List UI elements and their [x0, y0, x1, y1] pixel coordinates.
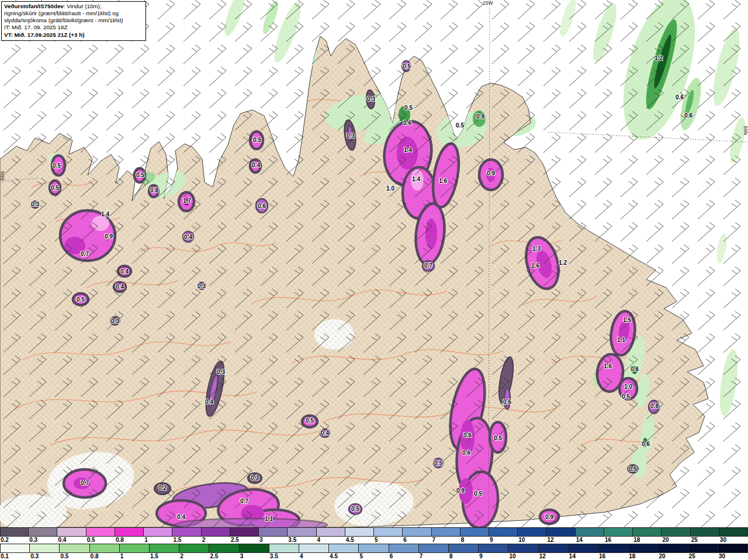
title-box: Veðurstofan/IS750dev: Vindur (10m), rign… [1, 1, 146, 41]
colorbar-swatch [489, 527, 518, 537]
product-name: Veðurstofan/IS750dev [4, 3, 64, 9]
colorbar-tick-label: 20 [662, 537, 690, 544]
colorbar-swatch [576, 527, 604, 537]
colorbar-tick-label: 14 [576, 537, 604, 544]
colorbar-snow-cell: 20 [658, 544, 688, 560]
colorbar-swatch [57, 527, 86, 537]
colorbar-tick-label: 7 [432, 537, 460, 544]
colorbar-rain-cell: 14 [576, 527, 604, 544]
colorbar-swatch [569, 544, 598, 553]
colorbar-tick-label: 10 [508, 553, 538, 560]
colorbar-tick-label: 1 [120, 553, 150, 560]
colorbar-rain-cell: 9 [489, 527, 518, 544]
colorbar-tick-label: 12 [539, 553, 569, 560]
title-line-4: IT: Mið. 17. 09. 2025 18Z [4, 24, 143, 31]
title-line-5: VT: Mið. 17.09.2025 21Z (+3 h) [4, 32, 143, 39]
colorbar-tick-label: 2.5 [209, 553, 239, 560]
colorbar-swatch [240, 544, 269, 553]
colorbar-tick-label: 0.3 [29, 537, 57, 544]
colorbar-swatch [460, 527, 489, 537]
colorbar-snow-cell: 3 [240, 544, 269, 560]
colorbar-swatch [29, 527, 57, 537]
colorbar-tick-label: 6 [389, 553, 419, 560]
colorbar-tick-label: 8 [460, 537, 489, 544]
colorbar-snow-cell: 0.1 [0, 544, 30, 560]
colorbar-swatch [120, 544, 150, 553]
colorbar-tick-label: 25 [688, 553, 718, 560]
colorbar-rain-cell: 12 [546, 527, 575, 544]
latitude-label-right: 66N [743, 126, 748, 135]
colorbar-swatch [179, 544, 209, 553]
colorbar-snow: 0.10.30.50.811.522.533.544.5567891012141… [0, 544, 748, 560]
colorbar-snow-cell: 2.5 [209, 544, 239, 560]
map-canvas: 0.50.50.31.40.90.70.40.40.50.30.50.81.70… [0, 0, 748, 527]
colorbar-swatch [633, 527, 662, 537]
title-line-3: slydda/snjókoma (grátt/bleikt/grænt - mm… [4, 17, 143, 24]
colorbar-tick-label: 2.5 [230, 537, 259, 544]
colorbar-tick-label: 4.5 [329, 553, 359, 560]
colorbar-tick-label: 4.5 [345, 537, 374, 544]
colorbar-rain-cell: 0.4 [57, 527, 86, 544]
colorbar-rain-cell: 7 [432, 527, 460, 544]
colorbar-rain-cell: 10 [518, 527, 546, 544]
colorbar-rain-cell: 0.5 [86, 527, 115, 544]
colorbar-swatch [719, 527, 748, 537]
colorbar-snow-cell: 4.5 [329, 544, 359, 560]
colorbar-snow-cell: 1 [120, 544, 150, 560]
colorbar-tick-label: 1.5 [172, 537, 201, 544]
colorbar-swatch [209, 544, 239, 553]
colorbar-tick-label: 16 [604, 537, 633, 544]
colorbar-rain-cell: 20 [662, 527, 690, 544]
colorbar-tick-label: 1.5 [150, 553, 179, 560]
colorbar-tick-label: 0.2 [0, 537, 29, 544]
colorbar-snow-cell: 2 [179, 544, 209, 560]
colorbar-swatch [688, 544, 718, 553]
colorbar-swatch [539, 544, 569, 553]
colorbar-tick-label: 14 [569, 553, 598, 560]
title-line-1-rest: : Vindur (10m), [64, 3, 102, 9]
colorbar-tick-label: 5 [374, 537, 403, 544]
colorbar-swatch [299, 544, 329, 553]
colorbar-swatch [317, 527, 345, 537]
latitude-label-left: 66N [0, 171, 5, 181]
colorbar-tick-label: 18 [633, 537, 662, 544]
colorbar-tick-label: 4 [299, 553, 329, 560]
colorbar-tick-label: 25 [691, 537, 719, 544]
colorbar-snow-cell: 18 [628, 544, 658, 560]
colorbar-tick-label: 2 [202, 537, 230, 544]
colorbar-rain-cell: 0.8 [115, 527, 144, 544]
colorbar-rain-cell: 25 [691, 527, 719, 544]
colorbar-tick-label: 0.4 [57, 537, 86, 544]
colorbar-rain-cell: 4 [317, 527, 345, 544]
colorbar-rain-cell: 18 [633, 527, 662, 544]
colorbar-swatch [0, 527, 29, 537]
colorbar-snow-cell: 0.5 [60, 544, 89, 560]
colorbar-rain-cell: 30 [719, 527, 748, 544]
colorbar-snow-cell: 9 [479, 544, 508, 560]
colorbar-swatch [259, 527, 288, 537]
colorbar-swatch [288, 527, 316, 537]
colorbar-snow-cell: 25 [688, 544, 718, 560]
colorbar-rain-cell: 0.2 [0, 527, 29, 544]
colorbar-snow-cell: 8 [449, 544, 479, 560]
colorbar-tick-label: 0.8 [115, 537, 144, 544]
colorbar-tick-label: 2 [179, 553, 209, 560]
colorbar-tick-label: 12 [546, 537, 575, 544]
colorbar-swatch [144, 527, 172, 537]
colorbar-swatch [598, 544, 628, 553]
colorbar-tick-label: 3 [240, 553, 269, 560]
colorbar-swatch [60, 544, 89, 553]
colorbar-tick-label: 0.5 [86, 537, 115, 544]
colorbar-snow-cell: 3.5 [269, 544, 299, 560]
colorbar-snow-cell: 5 [359, 544, 389, 560]
colorbar-tick-label: 3 [259, 537, 288, 544]
colorbar-rain: 0.20.30.40.50.811.522.533.544.5567891012… [0, 527, 748, 544]
colorbar-swatch [419, 544, 449, 553]
colorbar-swatch [90, 544, 120, 553]
colorbar-swatch [403, 527, 431, 537]
colorbar-rain-cell: 8 [460, 527, 489, 544]
colorbar-swatch [449, 544, 479, 553]
colorbar-swatch [432, 527, 460, 537]
colorbar-tick-label: 5 [359, 553, 389, 560]
colorbar-rain-cell: 2 [202, 527, 230, 544]
